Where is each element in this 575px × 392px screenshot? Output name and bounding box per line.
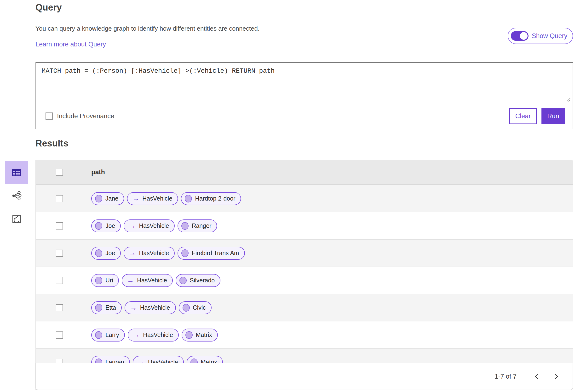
row-checkbox[interactable] [56,277,63,284]
table-row: Joe → HasVehicle Ranger [36,212,573,240]
table-row: Joe → HasVehicle Firebird Trans Am [36,240,573,267]
table-row: Uri → HasVehicle Silverado [36,267,573,294]
node-icon [179,277,187,284]
results-panel: path Jane → HasVehicle Hardtop 2-door [35,160,573,390]
node-icon [185,331,193,339]
arrow-right-icon: → [127,277,134,284]
target-node-pill[interactable]: Matrix [182,328,218,342]
row-checkbox[interactable] [56,250,63,257]
target-node-label: Matrix [196,331,212,338]
row-checkbox[interactable] [56,195,63,202]
chevron-left-icon [533,373,540,380]
path-cell: Etta → HasVehicle Civic [83,301,573,314]
pagination-range-label: 1-7 of 7 [495,373,517,380]
toggle-switch-icon[interactable] [511,31,528,41]
results-view-switcher [5,161,28,230]
target-node-pill[interactable]: Silverado [176,274,220,287]
table-body: Jane → HasVehicle Hardtop 2-door Joe → H… [36,185,573,376]
target-node-pill[interactable]: Hardtop 2-door [181,192,241,205]
target-node-pill[interactable]: Ranger [178,219,217,232]
query-page: Query You can query a knowledge graph to… [0,0,575,392]
row-checkbox-cell [36,294,83,321]
results-table: path Jane → HasVehicle Hardtop 2-door [35,160,573,390]
query-input[interactable]: MATCH path = (:Person)-[:HasVehicle]->(:… [36,63,573,104]
next-page-button[interactable] [551,371,562,382]
table-view-button[interactable] [5,161,28,184]
row-checkbox-cell [36,212,83,239]
edge-label: HasVehicle [140,304,170,311]
include-provenance-control[interactable]: Include Provenance [46,112,114,120]
node-icon [95,222,102,230]
previous-page-button[interactable] [531,371,542,382]
path-cell: Uri → HasVehicle Silverado [83,274,573,287]
source-node-pill[interactable]: Uri [91,274,119,287]
query-editor-panel: MATCH path = (:Person)-[:HasVehicle]->(:… [35,62,573,129]
edge-pill[interactable]: → HasVehicle [122,274,173,287]
source-node-label: Etta [105,304,116,311]
edge-label: HasVehicle [142,195,172,202]
source-node-pill[interactable]: Larry [91,328,125,342]
source-node-label: Uri [105,277,113,284]
path-cell: Jane → HasVehicle Hardtop 2-door [83,192,573,205]
edge-pill[interactable]: → HasVehicle [124,247,175,260]
row-checkbox[interactable] [56,304,63,311]
learn-more-link[interactable]: Learn more about Query [35,41,106,48]
map-view-button[interactable] [5,207,28,230]
link-chart-icon [11,190,22,201]
clear-button[interactable]: Clear [509,108,537,124]
source-node-label: Joe [105,250,115,257]
source-node-pill[interactable]: Etta [91,301,122,314]
node-icon [181,249,189,257]
edge-pill[interactable]: → HasVehicle [125,301,176,314]
path-cell: Joe → HasVehicle Firebird Trans Am [83,247,573,260]
source-node-pill[interactable]: Joe [91,219,121,232]
page-title: Query [35,2,62,13]
results-title: Results [35,138,68,149]
target-node-label: Firebird Trans Am [192,250,239,257]
target-node-label: Hardtop 2-door [195,195,235,202]
row-checkbox[interactable] [56,222,63,230]
node-icon [95,249,102,257]
show-query-toggle[interactable]: Show Query [508,28,573,44]
edge-pill[interactable]: → HasVehicle [128,328,179,342]
target-node-pill[interactable]: Firebird Trans Am [178,247,245,260]
include-provenance-label: Include Provenance [57,112,114,120]
node-icon [95,331,102,339]
edge-label: HasVehicle [139,250,169,257]
table-row: Jane → HasVehicle Hardtop 2-door [36,185,573,212]
chevron-right-icon [553,373,559,380]
row-checkbox-cell [36,240,83,267]
source-node-label: Jane [105,195,118,202]
edge-label: HasVehicle [143,331,173,338]
edge-label: HasVehicle [137,277,167,284]
arrow-right-icon: → [129,222,136,229]
source-node-pill[interactable]: Jane [91,192,124,205]
row-checkbox-cell [36,185,83,212]
show-query-label: Show Query [532,32,567,40]
path-column-header: path [91,169,105,176]
edge-pill[interactable]: → HasVehicle [127,192,178,205]
header-checkbox-cell [36,160,83,185]
link-chart-view-button[interactable] [5,184,28,207]
arrow-right-icon: → [133,331,140,338]
source-node-pill[interactable]: Joe [91,247,121,260]
arrow-right-icon: → [130,304,137,311]
edge-pill[interactable]: → HasVehicle [124,219,175,232]
arrow-right-icon: → [129,250,136,257]
select-all-checkbox[interactable] [56,169,63,176]
include-provenance-checkbox[interactable] [46,112,53,120]
target-node-pill[interactable]: Civic [179,301,212,314]
node-icon [95,195,102,202]
path-cell: Larry → HasVehicle Matrix [83,328,573,342]
resize-handle-icon[interactable] [565,97,571,102]
node-icon [185,195,192,202]
run-button[interactable]: Run [541,108,565,124]
row-checkbox-cell [36,267,83,294]
map-icon [11,214,22,224]
node-icon [95,277,102,284]
path-cell: Joe → HasVehicle Ranger [83,219,573,232]
row-checkbox[interactable] [56,331,63,339]
header-path-cell: path [83,169,573,176]
table-icon [11,167,22,178]
node-icon [95,304,102,312]
